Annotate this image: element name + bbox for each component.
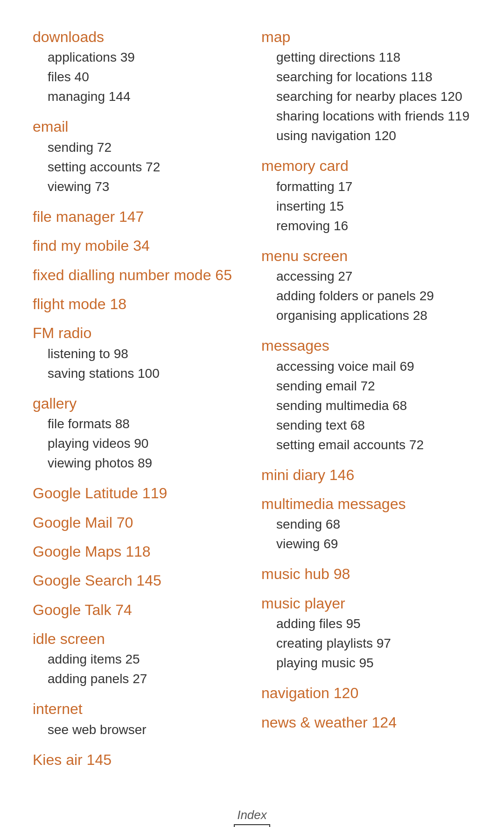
index-subitem: sending email 72 — [261, 376, 471, 396]
index-subitem: getting directions 118 — [261, 48, 471, 67]
index-heading: file manager 147 — [33, 208, 243, 226]
index-subitem: see web browser — [33, 720, 243, 740]
index-heading: map — [261, 28, 471, 46]
index-heading: Google Maps 118 — [33, 543, 243, 560]
left-column: downloadsapplications 39files 40managing… — [33, 28, 243, 770]
index-subitem: viewing 73 — [33, 177, 243, 197]
index-subitem: inserting 15 — [261, 197, 471, 216]
index-heading: Google Search 145 — [33, 572, 243, 589]
index-subitem: setting email accounts 72 — [261, 435, 471, 455]
index-subitem: removing 16 — [261, 216, 471, 236]
index-subitem: applications 39 — [33, 48, 243, 67]
index-subitem: organising applications 28 — [261, 306, 471, 325]
index-heading: music hub 98 — [261, 565, 471, 583]
index-subitem: listening to 98 — [33, 344, 243, 364]
index-heading: messages — [261, 337, 471, 354]
index-subitem: playing music 95 — [261, 653, 471, 673]
index-subitem: sharing locations with friends 119 — [261, 106, 471, 126]
index-heading: multimedia messages — [261, 495, 471, 513]
index-heading: internet — [33, 700, 243, 718]
index-heading: downloads — [33, 28, 243, 46]
index-subitem: setting accounts 72 — [33, 157, 243, 177]
index-subitem: sending 68 — [261, 515, 471, 534]
index-subitem: file formats 88 — [33, 414, 243, 434]
index-heading: Google Latitude 119 — [33, 484, 243, 502]
index-subitem: managing 144 — [33, 87, 243, 106]
index-subitem: adding folders or panels 29 — [261, 286, 471, 306]
index-subitem: searching for nearby places 120 — [261, 87, 471, 106]
index-heading: idle screen — [33, 630, 243, 648]
footer: Index 188 — [33, 808, 471, 827]
index-subitem: viewing 69 — [261, 534, 471, 554]
index-subitem: playing videos 90 — [33, 434, 243, 453]
index-heading: Google Talk 74 — [33, 601, 243, 619]
index-subitem: creating playlists 97 — [261, 634, 471, 653]
index-heading: find my mobile 34 — [33, 237, 243, 254]
index-heading: Kies air 145 — [33, 751, 243, 769]
footer-label: Index — [33, 808, 471, 822]
footer-page: 188 — [234, 824, 271, 827]
index-subitem: viewing photos 89 — [33, 453, 243, 473]
index-subitem: adding panels 27 — [33, 669, 243, 689]
index-heading: gallery — [33, 395, 243, 412]
index-subitem: sending text 68 — [261, 416, 471, 435]
index-heading: menu screen — [261, 247, 471, 265]
index-subitem: accessing 27 — [261, 267, 471, 286]
index-subitem: sending multimedia 68 — [261, 396, 471, 416]
index-subitem: formatting 17 — [261, 177, 471, 197]
index-heading: fixed dialling number mode 65 — [33, 266, 243, 284]
index-subitem: adding files 95 — [261, 614, 471, 634]
index-subitem: searching for locations 118 — [261, 67, 471, 87]
index-heading: music player — [261, 594, 471, 612]
right-column: mapgetting directions 118searching for l… — [261, 28, 471, 770]
index-subitem: accessing voice mail 69 — [261, 357, 471, 376]
index-heading: news & weather 124 — [261, 714, 471, 731]
index-subitem: saving stations 100 — [33, 364, 243, 383]
index-subitem: sending 72 — [33, 138, 243, 157]
index-subitem: files 40 — [33, 67, 243, 87]
index-heading: memory card — [261, 157, 471, 175]
index-heading: mini diary 146 — [261, 466, 471, 484]
index-subitem: adding items 25 — [33, 650, 243, 669]
index-heading: FM radio — [33, 324, 243, 342]
index-heading: email — [33, 118, 243, 135]
index-columns: downloadsapplications 39files 40managing… — [33, 28, 471, 770]
index-heading: navigation 120 — [261, 684, 471, 702]
index-heading: Google Mail 70 — [33, 514, 243, 531]
index-subitem: using navigation 120 — [261, 126, 471, 146]
index-heading: flight mode 18 — [33, 295, 243, 313]
